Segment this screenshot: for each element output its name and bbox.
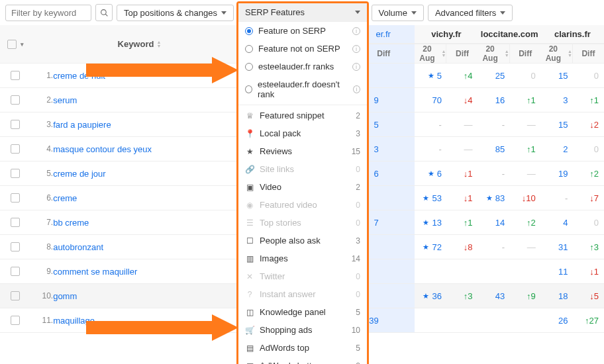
star-icon: ★ [423, 243, 429, 251]
info-icon: i [353, 85, 360, 93]
feature-icon: 📍 [245, 129, 254, 138]
row-index: 7. [30, 210, 53, 235]
dropdown-radio-item[interactable]: esteelauder.fr doesn't ranki [238, 75, 367, 103]
feature-icon: ✕ [245, 272, 254, 281]
keyword-link[interactable]: masque contour des yeux [53, 144, 152, 154]
row-checkbox[interactable] [11, 95, 20, 105]
feature-icon: ◉ [245, 201, 254, 210]
feature-icon: 🔗 [245, 165, 254, 174]
keyword-link[interactable]: creme de nuit [53, 71, 105, 81]
dropdown-radio-item[interactable]: Feature not on SERPi [238, 40, 367, 58]
info-icon: i [352, 63, 360, 71]
row-checkbox[interactable] [11, 169, 20, 178]
keyword-link[interactable]: comment se maquiller [53, 267, 137, 277]
chevron-down-icon [221, 11, 226, 15]
feature-icon: ♕ [245, 111, 254, 120]
volume-filter[interactable]: Volume [372, 5, 424, 21]
row-checkbox[interactable] [11, 71, 20, 80]
row-index: 8. [30, 235, 53, 259]
select-all-checkbox[interactable] [7, 40, 17, 49]
row-index: 2. [30, 88, 53, 113]
feature-icon: 🛒 [245, 326, 254, 334]
dropdown-radio-item[interactable]: Feature on SERPi [238, 22, 367, 40]
sort-icon: ▲▼ [156, 40, 161, 48]
svg-line-1 [105, 14, 107, 16]
row-index: 6. [30, 186, 53, 210]
advanced-filters[interactable]: Advanced filters [428, 5, 513, 21]
domain-col-2: loccitane.com 20 Aug▲▼Diff [478, 25, 541, 64]
row-index: 3. [30, 113, 53, 137]
star-icon: ★ [428, 71, 434, 80]
dropdown-feature-item[interactable]: ▥Images14 [238, 250, 367, 267]
dropdown-feature-item[interactable]: ▣Video2 [238, 178, 367, 196]
chevron-down-icon [500, 11, 505, 15]
positions-filter[interactable]: Top positions & changes [117, 5, 234, 21]
info-icon: i [352, 45, 360, 53]
keyword-link[interactable]: serum [53, 95, 77, 105]
row-index: 1. [30, 64, 53, 88]
row-checkbox[interactable] [11, 120, 20, 129]
dropdown-feature-item: 🔗Site links0 [238, 160, 367, 178]
info-icon: i [352, 27, 360, 35]
dropdown-feature-item: ☰Top stories0 [238, 214, 367, 232]
star-icon: ★ [423, 218, 429, 227]
row-checkbox[interactable] [11, 316, 20, 325]
keyword-link[interactable]: maquillage [53, 316, 95, 326]
row-index: 4. [30, 137, 53, 161]
dropdown-feature-item: ◉Featured video0 [238, 196, 367, 214]
search-icon[interactable] [95, 4, 113, 21]
dropdown-feature-item[interactable]: ☐People also ask3 [238, 232, 367, 250]
feature-icon: ? [245, 290, 254, 299]
dropdown-feature-item: ?Instant answer0 [238, 285, 367, 303]
keyword-header[interactable]: Keyword [118, 39, 154, 49]
radio-icon [245, 63, 253, 71]
dropdown-feature-item: ✕Twitter0 [238, 267, 367, 285]
radio-icon [245, 85, 252, 93]
row-checkbox[interactable] [11, 242, 20, 251]
radio-icon [245, 45, 253, 53]
feature-icon: ▥ [245, 254, 254, 263]
serp-features-filter-open[interactable]: SERP Features [238, 3, 367, 22]
dropdown-feature-item[interactable]: 🛒Shopping ads10 [238, 321, 367, 333]
filter-keyword-input[interactable] [5, 5, 91, 21]
keyword-link[interactable]: creme de jour [53, 169, 105, 179]
feature-icon: ★ [245, 147, 254, 156]
keyword-link[interactable]: creme [53, 193, 77, 203]
row-checkbox[interactable] [11, 144, 20, 154]
svg-point-0 [101, 9, 106, 15]
row-index: 5. [30, 161, 53, 186]
domain-col-3: clarins.fr 20 Aug▲▼Diff [541, 25, 604, 64]
row-checkbox[interactable] [11, 291, 20, 300]
feature-icon: ☰ [245, 218, 254, 228]
keyword-link[interactable]: bb creme [53, 218, 89, 228]
row-checkbox[interactable] [11, 193, 20, 203]
feature-icon: ▣ [245, 183, 254, 192]
keyword-link[interactable]: fard a paupiere [53, 120, 111, 130]
serp-features-dropdown: SERP Features Feature on SERPiFeature no… [236, 1, 369, 333]
row-checkbox[interactable] [11, 218, 20, 227]
dropdown-radio-item[interactable]: esteelauder.fr ranksi [238, 58, 367, 75]
row-checkbox[interactable] [11, 267, 20, 276]
row-index: 9. [30, 259, 53, 284]
feature-icon: ◫ [245, 308, 254, 317]
dropdown-feature-item[interactable]: ◫Knowledge panel5 [238, 303, 367, 321]
feature-icon: ☐ [245, 236, 254, 246]
keyword-link[interactable]: autobronzant [53, 242, 103, 252]
star-icon: ★ [423, 194, 429, 203]
dropdown-feature-item[interactable]: 📍Local pack3 [238, 124, 367, 142]
domain-col-1: vichy.fr 20 Aug▲▼Diff [415, 25, 478, 64]
star-icon: ★ [428, 169, 434, 178]
row-index: 11. [30, 308, 53, 333]
chevron-down-icon [355, 11, 360, 14]
radio-icon [245, 27, 253, 35]
row-index: 10. [30, 284, 53, 308]
keyword-link[interactable]: gomm [53, 291, 77, 301]
star-icon: ★ [423, 292, 429, 300]
star-icon: ★ [486, 194, 493, 203]
chevron-down-icon[interactable]: ▾ [21, 41, 24, 48]
chevron-down-icon [411, 11, 417, 15]
dropdown-feature-item[interactable]: ♕Featured snippet2 [238, 107, 367, 124]
dropdown-feature-item[interactable]: ★Reviews15 [238, 142, 367, 160]
